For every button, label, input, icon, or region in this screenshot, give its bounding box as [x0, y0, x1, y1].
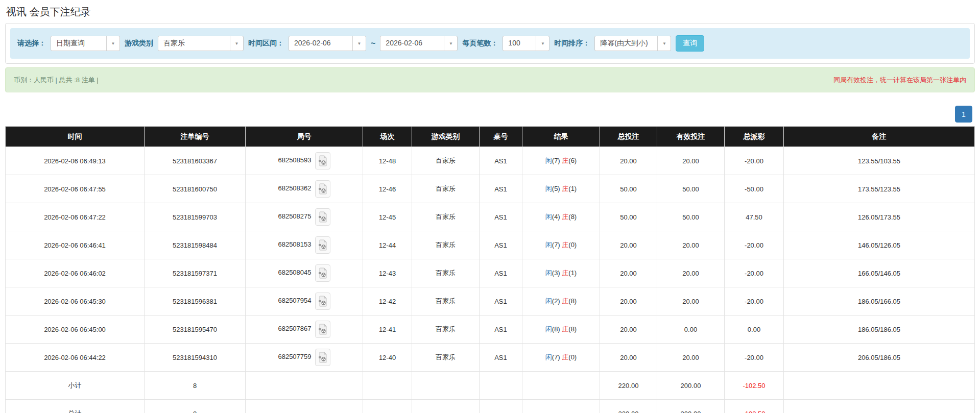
cell-bet-id: 523181597371	[145, 259, 246, 287]
header-valid-bet: 有效投注	[657, 127, 725, 147]
cell-time: 2026-02-06 06:45:30	[6, 287, 145, 315]
video-record-icon[interactable]	[315, 264, 330, 282]
cell-time: 2026-02-06 06:45:00	[6, 315, 145, 344]
footer-empty-result	[522, 372, 600, 400]
table-row: 2026-02-06 06:45:00523181595470682507867…	[6, 315, 975, 344]
cell-table-id: AS1	[480, 287, 522, 315]
cell-bet-id: 523181595470	[145, 315, 246, 344]
page-number-button[interactable]: 1	[955, 106, 972, 123]
round-id-value: 682508153	[278, 240, 311, 248]
cell-session: 12-46	[363, 175, 412, 203]
result-player-label: 闲	[545, 269, 552, 277]
valid-bet-notice-text: 同局有效投注，统一计算在该局第一张注单内	[833, 76, 966, 85]
round-id-value: 682508045	[278, 269, 311, 276]
cell-round-id: 682508153	[246, 231, 363, 259]
page-size-label: 每页笔数：	[462, 39, 498, 48]
cell-session: 12-42	[363, 287, 412, 315]
video-record-icon[interactable]	[315, 236, 330, 254]
round-id-value: 682508593	[278, 156, 311, 164]
cell-table-id: AS1	[480, 344, 522, 372]
result-banker-score: (1)	[568, 269, 577, 277]
footer-empty-session	[363, 400, 412, 413]
result-banker-score: (8)	[568, 325, 577, 333]
cell-valid-bet: 0.00	[657, 315, 725, 344]
cell-session: 12-43	[363, 259, 412, 287]
cell-result: 闲(4) 庄(8)	[522, 203, 600, 231]
cell-payout: 47.50	[725, 203, 784, 231]
cell-round-id: 682507954	[246, 287, 363, 315]
video-record-icon[interactable]	[315, 293, 330, 310]
result-player-label: 闲	[545, 185, 552, 192]
time-range-label: 时间区间：	[248, 39, 284, 48]
select-type-label: 请选择：	[17, 39, 46, 48]
search-button[interactable]: 查询	[676, 35, 704, 52]
cell-table-id: AS1	[480, 147, 522, 175]
cell-bet-id: 523181598484	[145, 231, 246, 259]
sort-value: 降幂(由大到小)	[595, 36, 657, 51]
cell-round-id: 682508593	[246, 147, 363, 175]
footer-count: 8	[145, 372, 246, 400]
cell-round-id: 682507867	[246, 315, 363, 344]
footer-empty-remark	[784, 372, 975, 400]
cell-payout: -20.00	[725, 344, 784, 372]
date-separator: ~	[371, 39, 375, 48]
cell-valid-bet: 20.00	[657, 344, 725, 372]
cell-result: 闲(7) 庄(0)	[522, 231, 600, 259]
cell-valid-bet: 20.00	[657, 259, 725, 287]
cell-remark: 173.55/123.55	[784, 175, 975, 203]
result-banker-score: (8)	[568, 213, 577, 221]
result-banker-label: 庄	[562, 353, 568, 361]
result-banker-score: (0)	[568, 353, 577, 361]
footer-empty-game-type	[412, 400, 480, 413]
result-banker-label: 庄	[562, 213, 568, 221]
date-from-picker[interactable]: 2026-02-06 ▼	[289, 36, 366, 51]
chevron-down-icon: ▼	[230, 36, 243, 51]
cell-bet-id: 523181599703	[145, 203, 246, 231]
chevron-down-icon: ▼	[444, 36, 457, 51]
table-header: 时间 注单编号 局号 场次 游戏类别 桌号 结果 总投注 有效投注 总派彩 备注	[6, 127, 975, 147]
video-record-icon[interactable]	[315, 208, 330, 226]
result-player-label: 闲	[545, 325, 552, 333]
date-to-value: 2026-02-06	[380, 36, 444, 51]
footer-empty-remark	[784, 400, 975, 413]
footer-count: 8	[145, 400, 246, 413]
cell-remark: 186.05/186.05	[784, 315, 975, 344]
table-row: 2026-02-06 06:46:02523181597371682508045…	[6, 259, 975, 287]
chevron-down-icon: ▼	[352, 36, 366, 51]
game-type-select[interactable]: 百家乐 ▼	[158, 36, 244, 51]
result-player-label: 闲	[545, 241, 552, 249]
page-size-value: 100	[503, 36, 536, 51]
cell-valid-bet: 20.00	[657, 231, 725, 259]
video-record-icon[interactable]	[315, 152, 330, 169]
cell-payout: -20.00	[725, 287, 784, 315]
cell-table-id: AS1	[480, 175, 522, 203]
footer-empty-round	[246, 372, 363, 400]
cell-total-bet: 20.00	[600, 344, 657, 372]
cell-session: 12-41	[363, 315, 412, 344]
result-player-label: 闲	[545, 213, 552, 221]
query-type-select[interactable]: 日期查询 ▼	[51, 36, 120, 51]
footer-empty-table-id	[480, 400, 522, 413]
result-player-score: (5)	[552, 185, 560, 192]
round-id-value: 682508362	[278, 184, 311, 192]
cell-bet-id: 523181603367	[145, 147, 246, 175]
cell-game-type: 百家乐	[412, 315, 480, 344]
cell-table-id: AS1	[480, 203, 522, 231]
date-to-picker[interactable]: 2026-02-06 ▼	[380, 36, 458, 51]
video-record-icon[interactable]	[315, 180, 330, 198]
cell-round-id: 682508045	[246, 259, 363, 287]
page-root: 视讯 会员下注纪录 请选择： 日期查询 ▼ 游戏类别 百家乐 ▼ 时间区间： 2…	[0, 5, 980, 413]
result-banker-score: (1)	[568, 185, 577, 192]
round-id-value: 682508275	[278, 212, 311, 220]
cell-result: 闲(5) 庄(1)	[522, 175, 600, 203]
header-game-type: 游戏类别	[412, 127, 480, 147]
video-record-icon[interactable]	[315, 349, 330, 366]
table-row: 2026-02-06 06:45:30523181596381682507954…	[6, 287, 975, 315]
sort-select[interactable]: 降幂(由大到小) ▼	[594, 36, 671, 51]
result-player-score: (7)	[552, 157, 560, 164]
cell-time: 2026-02-06 06:46:41	[6, 231, 145, 259]
page-size-select[interactable]: 100 ▼	[503, 36, 549, 51]
header-round-id: 局号	[246, 127, 363, 147]
header-result: 结果	[522, 127, 600, 147]
video-record-icon[interactable]	[315, 321, 330, 338]
